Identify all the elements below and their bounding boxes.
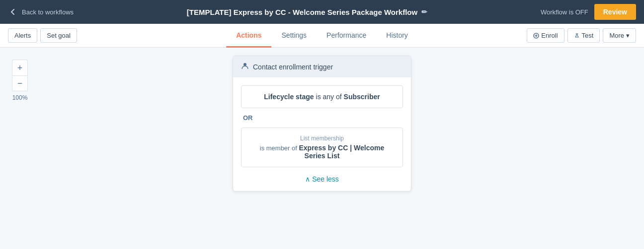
trigger-person-icon [241,62,249,71]
svg-point-1 [243,63,246,66]
zoom-level: 100% [12,94,28,101]
condition-2-list-label: List membership [249,135,395,142]
trigger-header-label: Contact enrollment trigger [253,63,333,71]
or-divider: OR [241,114,403,122]
condition-1[interactable]: Lifecycle stage is any of Subscriber [241,85,403,108]
top-bar-right: Workflow is OFF Review [541,4,636,20]
see-less-button[interactable]: ∧ See less [241,173,403,183]
trigger-header: Contact enrollment trigger [233,56,411,77]
back-label: Back to workflows [22,8,74,16]
workflow-canvas: + − 100% Contact enrollment trigger Life… [0,48,644,249]
test-icon [574,33,580,39]
back-to-workflows[interactable]: Back to workflows [8,7,74,17]
zoom-controls: + − 100% [12,60,28,101]
alerts-button[interactable]: Alerts [8,28,37,43]
set-goal-button[interactable]: Set goal [40,28,77,43]
more-chevron-icon: ▾ [626,32,630,39]
edit-icon[interactable]: ✏ [421,8,427,16]
more-button[interactable]: More ▾ [603,28,636,43]
trigger-body: Lifecycle stage is any of Subscriber OR … [233,77,411,191]
enroll-icon [533,33,539,39]
condition-2[interactable]: List membershipis member of Express by C… [241,127,403,167]
zoom-out-button[interactable]: − [12,75,28,91]
test-button[interactable]: Test [567,28,600,43]
nav-left: Alerts Set goal [8,24,77,47]
workflow-status: Workflow is OFF [541,8,588,16]
nav-right: Enroll Test More ▾ [527,24,636,47]
workflow-title: [TEMPLATE] Express by CC - Welcome Serie… [187,8,427,16]
tab-actions[interactable]: Actions [226,24,271,48]
condition-1-op: is any of [316,93,342,101]
back-arrow-icon [8,7,18,17]
see-less-chevron-icon: ∧ [305,175,310,183]
condition-2-value: Express by CC | Welcome Series List [299,144,385,160]
zoom-in-button[interactable]: + [12,60,28,75]
nav-tabs: Actions Settings Performance History [226,24,418,48]
trigger-card: Contact enrollment trigger Lifecycle sta… [233,56,411,191]
enroll-button[interactable]: Enroll [527,28,564,43]
tab-history[interactable]: History [376,24,418,48]
condition-1-field: Lifecycle stage [264,93,314,101]
condition-1-value: Subscriber [344,93,380,101]
workflow-title-text: [TEMPLATE] Express by CC - Welcome Serie… [187,8,417,16]
review-button[interactable]: Review [594,4,636,20]
see-less-label: See less [312,175,339,183]
tab-performance[interactable]: Performance [317,24,376,48]
tab-settings[interactable]: Settings [272,24,317,48]
top-bar: Back to workflows [TEMPLATE] Express by … [0,0,644,24]
secondary-nav: Alerts Set goal Actions Settings Perform… [0,24,644,48]
